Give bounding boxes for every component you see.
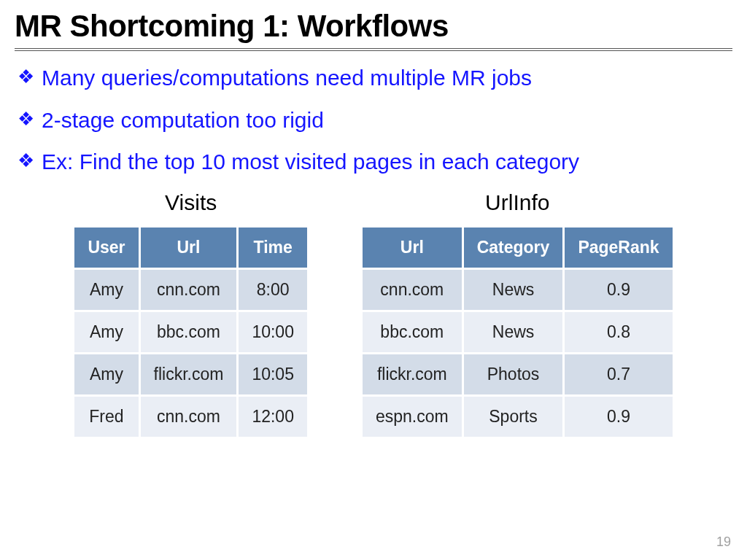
col-header: User (74, 228, 138, 268)
diamond-bullet-icon: ❖ (18, 148, 34, 174)
cell: Amy (74, 270, 138, 310)
cell: bbc.com (141, 312, 237, 352)
cell: 0.7 (565, 354, 672, 394)
tables-container: Visits User Url Time Amy cnn.com 8:00 (15, 190, 732, 439)
bullet-item: ❖ 2-stage computation too rigid (18, 106, 732, 134)
table-row: Amy flickr.com 10:05 (74, 354, 307, 394)
visits-caption: Visits (165, 190, 217, 215)
col-header: Time (239, 228, 307, 268)
cell: flickr.com (141, 354, 237, 394)
bullet-text: 2-stage computation too rigid (42, 106, 324, 134)
bullet-text: Ex: Find the top 10 most visited pages i… (42, 148, 579, 176)
cell: Amy (74, 354, 138, 394)
title-divider (15, 48, 732, 51)
visits-table-block: Visits User Url Time Amy cnn.com 8:00 (72, 190, 309, 439)
diamond-bullet-icon: ❖ (18, 64, 34, 90)
urlinfo-caption: UrlInfo (485, 190, 549, 215)
urlinfo-table-block: UrlInfo Url Category PageRank cnn.com Ne… (360, 190, 675, 439)
bullet-list: ❖ Many queries/computations need multipl… (15, 64, 732, 176)
table-row: bbc.com News 0.8 (363, 312, 673, 352)
cell: cnn.com (141, 397, 237, 437)
table-row: espn.com Sports 0.9 (363, 397, 673, 437)
bullet-text: Many queries/computations need multiple … (42, 64, 532, 92)
page-number: 19 (716, 534, 731, 550)
cell: cnn.com (363, 270, 462, 310)
table-row: flickr.com Photos 0.7 (363, 354, 673, 394)
cell: Fred (74, 397, 138, 437)
col-header: PageRank (565, 228, 672, 268)
cell: Photos (464, 354, 563, 394)
table-header-row: User Url Time (74, 228, 307, 268)
table-row: Fred cnn.com 12:00 (74, 397, 307, 437)
table-row: Amy cnn.com 8:00 (74, 270, 307, 310)
table-row: Amy bbc.com 10:00 (74, 312, 307, 352)
cell: espn.com (363, 397, 462, 437)
cell: 0.9 (565, 270, 672, 310)
cell: News (464, 312, 563, 352)
cell: Sports (464, 397, 563, 437)
cell: 12:00 (239, 397, 307, 437)
cell: bbc.com (363, 312, 462, 352)
cell: 10:05 (239, 354, 307, 394)
cell: 0.8 (565, 312, 672, 352)
visits-table: User Url Time Amy cnn.com 8:00 Amy bbc.c… (72, 225, 309, 439)
cell: flickr.com (363, 354, 462, 394)
bullet-item: ❖ Many queries/computations need multipl… (18, 64, 732, 92)
col-header: Url (141, 228, 237, 268)
cell: 0.9 (565, 397, 672, 437)
diamond-bullet-icon: ❖ (18, 106, 34, 132)
slide-title: MR Shortcoming 1: Workflows (15, 9, 732, 44)
col-header: Category (464, 228, 563, 268)
cell: News (464, 270, 563, 310)
table-header-row: Url Category PageRank (363, 228, 673, 268)
slide: MR Shortcoming 1: Workflows ❖ Many queri… (0, 0, 747, 560)
cell: cnn.com (141, 270, 237, 310)
cell: 10:00 (239, 312, 307, 352)
cell: Amy (74, 312, 138, 352)
col-header: Url (363, 228, 462, 268)
cell: 8:00 (239, 270, 307, 310)
urlinfo-table: Url Category PageRank cnn.com News 0.9 b… (360, 225, 675, 439)
table-row: cnn.com News 0.9 (363, 270, 673, 310)
bullet-item: ❖ Ex: Find the top 10 most visited pages… (18, 148, 732, 176)
